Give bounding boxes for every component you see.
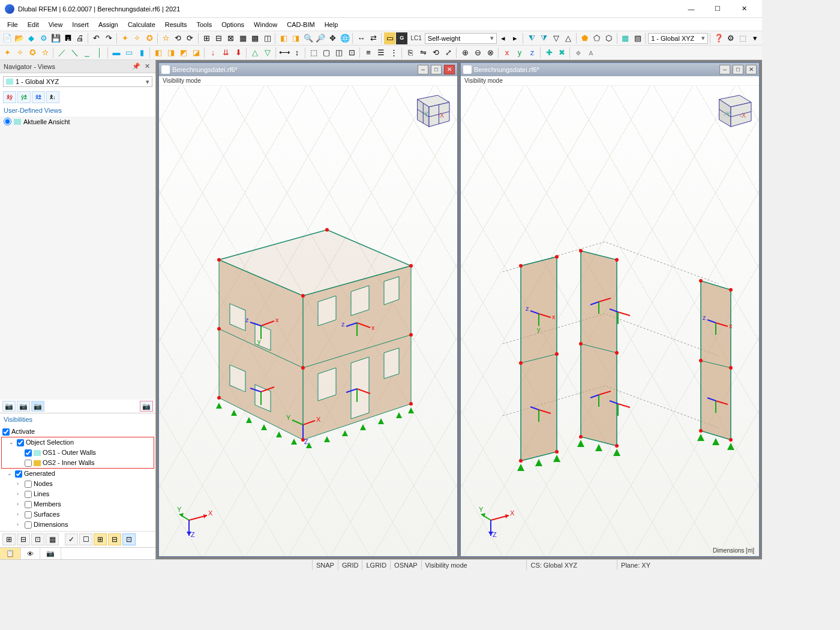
table-icon[interactable]: ⊞ — [201, 32, 212, 44]
node-icon[interactable]: ✧ — [14, 47, 26, 59]
lc-next-icon[interactable]: ▸ — [509, 32, 521, 44]
line-icon[interactable]: │ — [94, 47, 106, 59]
view-xz-button[interactable]: x̂ẑ — [32, 91, 45, 103]
surface-icon[interactable]: ◨ — [165, 47, 177, 59]
cs-combo[interactable]: 1 - Global XYZ▾ — [648, 33, 708, 44]
menu-view[interactable]: View — [44, 20, 68, 29]
wizard-icon[interactable]: ◆ — [26, 32, 37, 44]
help-icon[interactable]: ❓ — [713, 32, 724, 44]
align-icon[interactable]: ☰ — [375, 47, 387, 59]
gen-nodes-row[interactable]: ›Nodes — [0, 479, 155, 489]
menu-calculate[interactable]: Calculate — [123, 20, 160, 29]
nav-bot-button[interactable]: ☐ — [79, 533, 92, 545]
close-button[interactable]: ✕ — [731, 1, 757, 17]
tool-icon[interactable]: ⟲ — [172, 32, 184, 44]
misc-icon[interactable]: ✖ — [556, 47, 568, 59]
select-icon[interactable]: ▢ — [320, 47, 332, 59]
navigator-tab-data[interactable]: 📋 — [0, 548, 21, 559]
chevron-down-icon[interactable]: ▾ — [749, 32, 761, 44]
menu-insert[interactable]: Insert — [67, 20, 94, 29]
line-icon[interactable]: ／ — [56, 47, 68, 59]
menu-results[interactable]: Results — [160, 20, 192, 29]
activate-row[interactable]: Activate — [0, 427, 155, 437]
table-icon[interactable]: ◫ — [262, 32, 273, 44]
zoom-icon[interactable]: 🔎 — [314, 32, 326, 44]
node-icon[interactable]: ✫ — [39, 47, 51, 59]
gen-surfaces-row[interactable]: ›Surfaces — [0, 509, 155, 520]
os2-checkbox[interactable] — [25, 460, 32, 467]
table-icon[interactable]: ⊟ — [213, 32, 224, 44]
menu-assign[interactable]: Assign — [94, 20, 123, 29]
nav-bot-button[interactable]: ⊟ — [108, 533, 121, 545]
surface-icon[interactable]: ◧ — [152, 47, 164, 59]
status-grid[interactable]: GRID — [338, 560, 362, 570]
misc-icon[interactable]: ⊕ — [459, 47, 471, 59]
mdi-max-button[interactable]: □ — [733, 65, 743, 74]
mirror-icon[interactable]: ⇋ — [417, 47, 429, 59]
tool-icon[interactable]: ⟳ — [184, 32, 196, 44]
view-icon[interactable]: ⇄ — [368, 32, 379, 44]
status-osnap[interactable]: OSNAP — [390, 560, 421, 570]
grid-icon[interactable]: ▦ — [620, 32, 631, 44]
mdi-close-button[interactable]: ✕ — [444, 65, 455, 74]
current-view-row[interactable]: Aktuelle Ansicht — [0, 116, 155, 127]
section-icon[interactable]: ⬡ — [603, 32, 614, 44]
print-icon[interactable]: 🖨 — [74, 32, 86, 44]
nav-bot-button[interactable]: ⊡ — [31, 533, 44, 545]
dim-icon[interactable]: ↕ — [291, 47, 303, 59]
navigator-tab-camera[interactable]: 📷 — [40, 548, 61, 559]
nav-icon[interactable]: ◧ — [278, 32, 289, 44]
globe-icon[interactable]: 🌐 — [339, 32, 350, 44]
lc-prev-icon[interactable]: ◂ — [497, 32, 509, 44]
menu-window[interactable]: Window — [249, 20, 282, 29]
nav-bot-button[interactable]: ⊟ — [17, 533, 30, 545]
cube-icon[interactable]: ⬚ — [737, 32, 749, 44]
camera-icon[interactable]: 📷 — [17, 401, 30, 412]
member-icon[interactable]: ▮ — [136, 47, 148, 59]
view-iso-button[interactable]: x̂↓ — [46, 91, 59, 103]
gen-members-row[interactable]: ›Members — [0, 499, 155, 509]
close-icon[interactable]: ✕ — [142, 62, 152, 71]
render-icon[interactable]: ▭ — [384, 32, 395, 44]
support-icon[interactable]: ▽ — [262, 47, 274, 59]
menu-tools[interactable]: Tools — [191, 20, 217, 29]
generated-row[interactable]: ⌄ Generated — [0, 469, 155, 479]
rotate-icon[interactable]: ⟲ — [430, 47, 442, 59]
menu-edit[interactable]: Edit — [23, 20, 44, 29]
camera-icon[interactable]: 📷 — [2, 401, 16, 412]
expand-icon[interactable]: › — [17, 500, 23, 509]
misc-icon[interactable]: ⊖ — [472, 47, 484, 59]
copy-icon[interactable]: ⎘ — [404, 47, 416, 59]
mdi-min-button[interactable]: – — [719, 65, 730, 74]
filter-icon[interactable]: ⧨ — [526, 32, 537, 44]
tool-icon[interactable]: ⚙ — [725, 32, 736, 44]
node-icon[interactable]: ✪ — [26, 47, 38, 59]
line-icon[interactable]: ⎯ — [81, 47, 93, 59]
os2-row[interactable]: OS2 - Inner Walls — [2, 458, 154, 468]
align-icon[interactable]: ⋮ — [388, 47, 400, 59]
node-icon[interactable]: ✦ — [1, 47, 13, 59]
navigation-cube[interactable]: -Y -X — [406, 91, 452, 131]
menu-file[interactable]: File — [2, 20, 23, 29]
axis-icon[interactable]: z — [526, 47, 538, 59]
mdi-titlebar[interactable]: Berechnungsdatei.rf6* – □ ✕ — [461, 63, 759, 76]
current-view-radio[interactable] — [4, 118, 11, 125]
navigation-cube[interactable]: -Y-X — [707, 91, 754, 131]
grid-icon[interactable]: ▧ — [632, 32, 643, 44]
support-icon[interactable]: △ — [249, 47, 261, 59]
misc-icon[interactable]: ⟐ — [572, 47, 584, 59]
menu-options[interactable]: Options — [217, 20, 249, 29]
collapse-icon[interactable]: ⌄ — [9, 438, 15, 447]
tool-icon[interactable]: ✦ — [119, 32, 131, 44]
view-xy-button[interactable]: x̂ŷ — [3, 91, 16, 103]
expand-icon[interactable]: › — [17, 490, 23, 499]
status-vmode[interactable]: Visibility mode — [421, 560, 471, 570]
gen-lines-checkbox[interactable] — [25, 491, 32, 498]
gen-dimensions-row[interactable]: ›Dimensions — [0, 520, 155, 530]
select-icon[interactable]: ⊡ — [346, 47, 358, 59]
misc-icon[interactable]: ✚ — [543, 47, 555, 59]
nav-bot-button[interactable]: ⊞ — [94, 533, 107, 545]
axis-icon[interactable]: y — [514, 47, 526, 59]
filter-icon[interactable]: △ — [562, 32, 574, 44]
filter-icon[interactable]: ⧩ — [538, 32, 550, 44]
